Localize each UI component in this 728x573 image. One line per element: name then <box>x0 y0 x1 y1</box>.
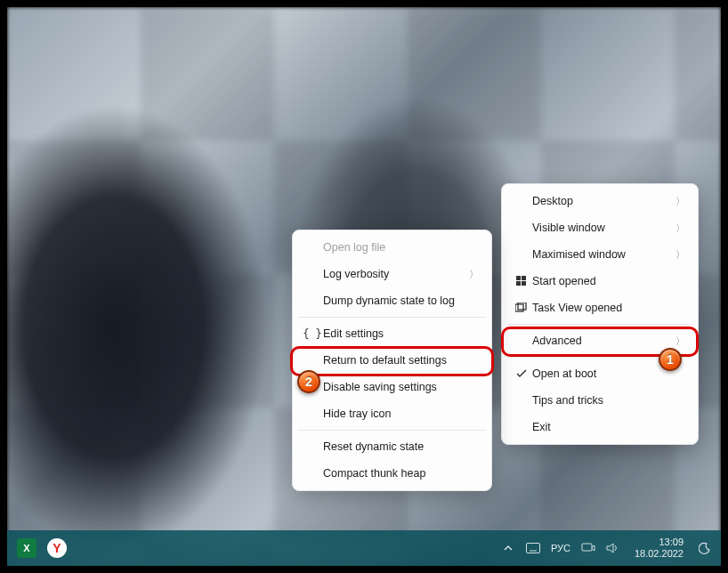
touch-keyboard-icon[interactable] <box>526 541 540 555</box>
svg-rect-3 <box>522 281 526 286</box>
menu-item-label: Advanced <box>532 335 675 347</box>
annotation-badge-2: 2 <box>297 370 320 393</box>
focus-assist-icon[interactable] <box>698 541 712 555</box>
desktop: Desktop 〉 Visible window 〉 Maximised win… <box>7 7 721 566</box>
menu-item-label: Dump dynamic state to log <box>323 295 479 307</box>
menu-item-task-view-opened[interactable]: Task View opened <box>502 295 698 321</box>
menu-item-start-opened[interactable]: Start opened <box>502 268 698 295</box>
menu-item-dump-dynamic-state[interactable]: Dump dynamic state to log <box>293 287 491 314</box>
taskbar-app-excel[interactable]: X <box>14 536 39 561</box>
menu-item-label: Desktop <box>532 195 675 207</box>
svg-rect-6 <box>526 544 539 553</box>
check-icon <box>511 369 532 378</box>
menu-item-label: Return to default settings <box>323 354 479 367</box>
menu-item-label: Open at boot <box>532 367 685 380</box>
menu-item-log-verbosity[interactable]: Log verbosity 〉 <box>293 261 491 287</box>
menu-item-label: Edit settings <box>323 327 479 340</box>
menu-separator <box>298 430 486 431</box>
menu-item-desktop[interactable]: Desktop 〉 <box>502 188 698 214</box>
context-menu-advanced: Open log file Log verbosity 〉 Dump dynam… <box>292 230 492 491</box>
menu-item-label: Exit <box>532 421 685 433</box>
chevron-right-icon: 〉 <box>675 248 685 262</box>
menu-separator <box>298 317 486 318</box>
menu-item-label: Compact thunk heap <box>323 467 479 480</box>
network-icon[interactable] <box>581 541 595 555</box>
menu-item-label: Start opened <box>532 275 685 287</box>
menu-item-label: Task View opened <box>532 302 685 314</box>
annotation-badge-1: 1 <box>659 348 682 371</box>
chevron-right-icon: 〉 <box>675 335 685 348</box>
menu-item-label: Hide tray icon <box>323 408 479 420</box>
menu-item-disable-saving-settings[interactable]: Disable saving settings <box>293 374 491 400</box>
svg-rect-2 <box>516 281 521 286</box>
svg-rect-0 <box>516 276 521 280</box>
chevron-right-icon: 〉 <box>675 222 685 235</box>
svg-rect-1 <box>522 276 526 280</box>
menu-item-tips-and-tricks[interactable]: Tips and tricks <box>502 387 698 414</box>
menu-item-label: Tips and tricks <box>532 394 685 407</box>
yandex-icon: Y <box>47 538 67 558</box>
braces-icon: { } <box>302 327 323 340</box>
svg-rect-4 <box>515 304 523 311</box>
menu-item-hide-tray-icon[interactable]: Hide tray icon <box>293 400 491 427</box>
menu-item-label: Visible window <box>532 222 675 234</box>
menu-item-edit-settings[interactable]: { } Edit settings <box>293 320 491 347</box>
menu-item-maximised-window[interactable]: Maximised window 〉 <box>502 241 698 268</box>
svg-rect-5 <box>518 303 526 310</box>
menu-item-open-log-file: Open log file <box>293 234 491 261</box>
menu-item-label: Maximised window <box>532 248 675 261</box>
excel-icon: X <box>17 538 36 558</box>
clock-date: 18.02.2022 <box>635 548 684 560</box>
chevron-right-icon: 〉 <box>469 268 479 281</box>
clock-time: 13:09 <box>635 537 684 548</box>
menu-item-reset-dynamic-state[interactable]: Reset dynamic state <box>293 433 491 460</box>
task-view-icon <box>511 303 532 313</box>
menu-item-exit[interactable]: Exit <box>502 414 698 440</box>
menu-item-label: Disable saving settings <box>323 381 479 393</box>
svg-rect-8 <box>582 544 592 551</box>
context-menu-main: Desktop 〉 Visible window 〉 Maximised win… <box>501 183 699 445</box>
volume-icon[interactable] <box>606 541 620 555</box>
menu-item-visible-window[interactable]: Visible window 〉 <box>502 214 698 241</box>
menu-separator <box>507 324 692 325</box>
taskbar-app-yandex[interactable]: Y <box>44 536 69 561</box>
menu-item-return-to-default-settings[interactable]: Return to default settings <box>293 347 491 374</box>
menu-item-label: Reset dynamic state <box>323 440 479 453</box>
chevron-right-icon: 〉 <box>675 195 685 208</box>
tray-overflow-icon[interactable] <box>501 541 515 555</box>
windows-icon <box>511 276 532 286</box>
menu-item-label: Open log file <box>323 241 479 254</box>
menu-item-label: Log verbosity <box>323 268 469 280</box>
taskbar-clock[interactable]: 13:09 18.02.2022 <box>631 537 687 559</box>
menu-item-compact-thunk-heap[interactable]: Compact thunk heap <box>293 460 491 487</box>
language-indicator[interactable]: РУС <box>551 543 570 553</box>
taskbar: X Y РУС <box>7 530 721 566</box>
